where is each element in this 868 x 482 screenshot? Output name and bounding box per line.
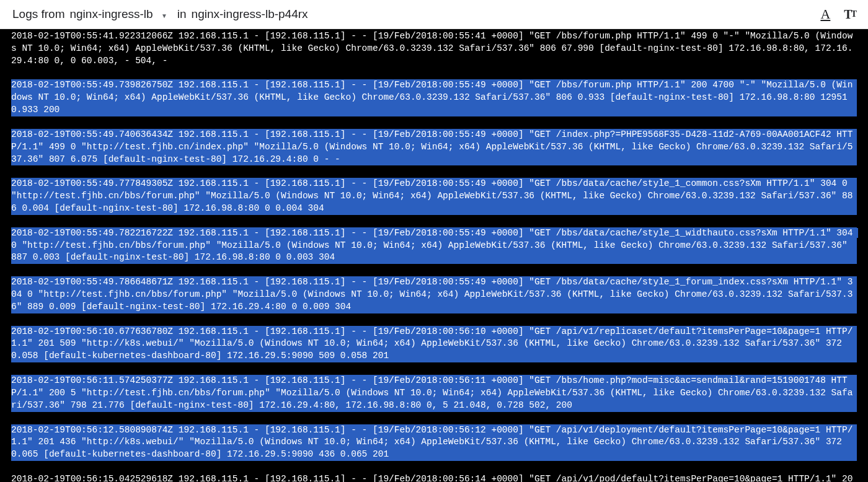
font-size-icon[interactable]: TT — [844, 7, 856, 22]
log-text: 2018-02-19T00:55:49.782216722Z 192.168.1… — [11, 228, 858, 263]
log-text: 2018-02-19T00:55:49.740636434Z 192.168.1… — [11, 129, 852, 164]
logs-header: Logs from nginx-ingress-lb ▼ in nginx-in… — [0, 0, 868, 29]
log-line[interactable]: 2018-02-19T00:55:49.782216722Z 192.168.1… — [11, 227, 857, 265]
title-prefix: Logs from — [12, 7, 64, 21]
log-text: 2018-02-19T00:55:49.786648671Z 192.168.1… — [11, 277, 852, 312]
log-line[interactable]: 2018-02-19T00:55:49.777849305Z 192.168.1… — [11, 178, 857, 215]
log-line[interactable]: 2018-02-19T00:56:10.677636780Z 192.168.1… — [11, 326, 857, 363]
log-line[interactable]: 2018-02-19T00:56:12.580890874Z 192.168.1… — [11, 424, 857, 462]
header-title: Logs from nginx-ingress-lb ▼ in nginx-in… — [12, 7, 308, 21]
log-text: 2018-02-19T00:56:10.677636780Z 192.168.1… — [11, 326, 852, 361]
header-left: Logs from nginx-ingress-lb ▼ in nginx-in… — [12, 7, 308, 21]
log-viewer[interactable]: 2018-02-19T00:55:41.922312066Z 192.168.1… — [0, 29, 868, 482]
header-right: A TT — [820, 6, 856, 22]
text-color-icon[interactable]: A — [820, 6, 830, 22]
log-line[interactable]: 2018-02-19T00:55:49.739826750Z 192.168.1… — [11, 79, 857, 116]
chevron-down-icon: ▼ — [161, 12, 167, 19]
log-text: 2018-02-19T00:56:12.580890874Z 192.168.1… — [11, 425, 852, 460]
log-line[interactable]: 2018-02-19T00:55:41.922312066Z 192.168.1… — [11, 30, 857, 68]
log-source-dropdown[interactable]: nginx-ingress-lb ▼ — [69, 7, 172, 21]
in-label: in — [177, 7, 187, 21]
log-text: 2018-02-19T00:55:49.777849305Z 192.168.1… — [11, 178, 852, 213]
log-text: 2018-02-19T00:56:15.042529618Z 192.168.1… — [11, 474, 852, 482]
log-source-label: nginx-ingress-lb — [69, 7, 153, 20]
log-text: 2018-02-19T00:55:49.739826750Z 192.168.1… — [11, 80, 852, 115]
log-line[interactable]: 2018-02-19T00:55:49.786648671Z 192.168.1… — [11, 276, 857, 313]
log-text: 2018-02-19T00:56:11.574250377Z 192.168.1… — [11, 375, 852, 410]
log-line[interactable]: 2018-02-19T00:56:15.042529618Z 192.168.1… — [11, 473, 857, 482]
pod-name: nginx-ingress-lb-p44rx — [192, 7, 308, 21]
log-line[interactable]: 2018-02-19T00:55:49.740636434Z 192.168.1… — [11, 129, 857, 166]
log-text: 2018-02-19T00:55:41.922312066Z 192.168.1… — [11, 31, 852, 66]
log-line[interactable]: 2018-02-19T00:56:11.574250377Z 192.168.1… — [11, 375, 857, 412]
